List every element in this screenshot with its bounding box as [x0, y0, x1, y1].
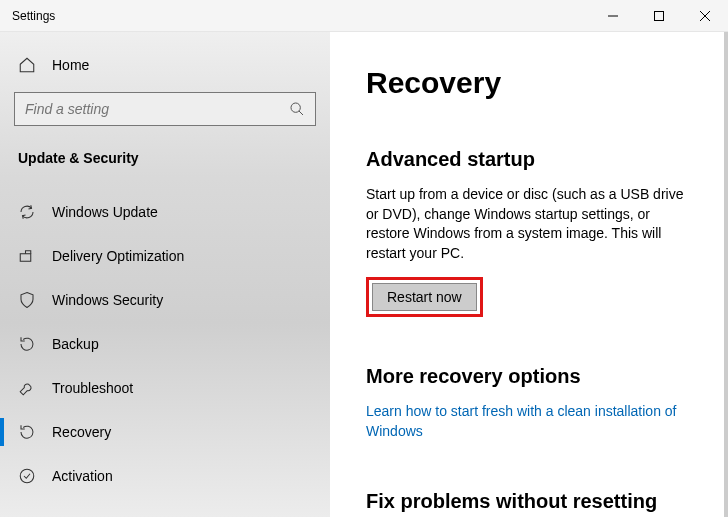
wrench-icon — [18, 379, 36, 397]
recovery-icon — [18, 423, 36, 441]
minimize-button[interactable] — [590, 0, 636, 32]
svg-line-5 — [299, 111, 303, 115]
sidebar-item-label: Recovery — [52, 424, 111, 440]
sidebar-item-troubleshoot[interactable]: Troubleshoot — [14, 366, 316, 410]
close-button[interactable] — [682, 0, 728, 32]
search-input[interactable] — [25, 101, 289, 117]
home-icon — [18, 56, 36, 74]
section-header: Update & Security — [14, 150, 316, 166]
sidebar-item-label: Windows Update — [52, 204, 158, 220]
sidebar-item-label: Delivery Optimization — [52, 248, 184, 264]
scrollbar[interactable] — [724, 32, 728, 517]
page-title: Recovery — [366, 66, 694, 100]
sidebar-item-label: Troubleshoot — [52, 380, 133, 396]
activation-icon — [18, 467, 36, 485]
sync-icon — [18, 203, 36, 221]
sidebar-item-activation[interactable]: Activation — [14, 454, 316, 498]
more-recovery-heading: More recovery options — [366, 365, 694, 388]
shield-icon — [18, 291, 36, 309]
restart-highlight: Restart now — [366, 277, 483, 317]
svg-point-7 — [20, 469, 34, 483]
svg-rect-1 — [655, 12, 664, 21]
sidebar-item-label: Backup — [52, 336, 99, 352]
sidebar-item-backup[interactable]: Backup — [14, 322, 316, 366]
search-box[interactable] — [14, 92, 316, 126]
titlebar: Settings — [0, 0, 728, 32]
home-label: Home — [52, 57, 89, 73]
sidebar: Home Update & Security Windows Update De… — [0, 32, 330, 517]
search-icon — [289, 101, 305, 117]
window-title: Settings — [12, 9, 55, 23]
maximize-button[interactable] — [636, 0, 682, 32]
sidebar-item-windows-security[interactable]: Windows Security — [14, 278, 316, 322]
sidebar-item-windows-update[interactable]: Windows Update — [14, 190, 316, 234]
main-content: Recovery Advanced startup Start up from … — [330, 32, 724, 517]
backup-icon — [18, 335, 36, 353]
svg-rect-6 — [20, 254, 31, 262]
fix-problems-heading: Fix problems without resetting your PC — [366, 490, 694, 517]
advanced-startup-body: Start up from a device or disc (such as … — [366, 185, 694, 263]
advanced-startup-heading: Advanced startup — [366, 148, 694, 171]
sidebar-item-label: Windows Security — [52, 292, 163, 308]
delivery-icon — [18, 247, 36, 265]
window-controls — [590, 0, 728, 31]
sidebar-item-recovery[interactable]: Recovery — [14, 410, 316, 454]
svg-point-4 — [291, 103, 300, 112]
sidebar-item-delivery-optimization[interactable]: Delivery Optimization — [14, 234, 316, 278]
restart-now-button[interactable]: Restart now — [372, 283, 477, 311]
home-link[interactable]: Home — [14, 50, 316, 92]
sidebar-item-label: Activation — [52, 468, 113, 484]
start-fresh-link[interactable]: Learn how to start fresh with a clean in… — [366, 402, 694, 441]
